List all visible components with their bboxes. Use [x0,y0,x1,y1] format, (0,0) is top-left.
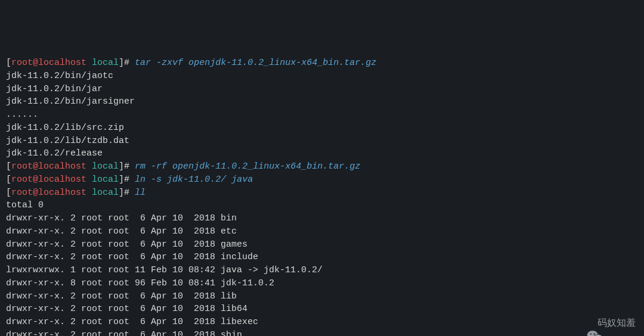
output-text: ...... [6,110,38,120]
output-text: drwxr-xr-x. 2 root root 6 Apr 10 2018 li… [6,291,237,301]
output-line: jdk-11.0.2/bin/jarsigner [6,95,638,108]
output-text: drwxr-xr-x. 2 root root 6 Apr 10 2018 li… [6,317,258,327]
user-host: root@localhost [11,58,86,68]
prompt-symbol: # [124,175,135,185]
prompt-line: [root@localhost local]# tar -zxvf openjd… [6,57,638,70]
watermark-text: 码奴知羞 [597,316,636,329]
user-host: root@localhost [11,188,86,198]
prompt-line: [root@localhost local]# ln -s jdk-11.0.2… [6,173,638,186]
output-text: drwxr-xr-x. 2 root root 6 Apr 10 2018 sb… [6,330,242,336]
wechat-icon [576,316,593,330]
command-text: tar -zxvf openjdk-11.0.2_linux-x64_bin.t… [135,58,376,68]
output-line: drwxr-xr-x. 2 root root 6 Apr 10 2018 in… [6,251,638,264]
bracket: [ [6,188,11,198]
output-line: jdk-11.0.2/bin/jaotc [6,70,638,83]
output-text: drwxr-xr-x. 2 root root 6 Apr 10 2018 in… [6,252,258,262]
output-line: ...... [6,108,638,122]
cwd: local [92,175,119,185]
svg-point-4 [593,334,595,335]
prompt-symbol: # [124,161,135,172]
output-line: lrwxrwxrwx. 1 root root 11 Feb 10 08:42 … [6,264,638,277]
prompt-symbol: # [124,188,135,198]
user-host: root@localhost [11,175,86,185]
bracket: [ [6,175,11,185]
output-line: jdk-11.0.2/release [6,147,638,160]
output-line: drwxr-xr-x. 2 root root 6 Apr 10 2018 li… [6,303,638,316]
output-text: jdk-11.0.2/release [6,148,103,158]
output-line: drwxr-xr-x. 2 root root 6 Apr 10 2018 sb… [6,329,638,336]
output-text: jdk-11.0.2/bin/jar [6,84,103,94]
watermark: 码奴知羞 [576,316,636,330]
bracket: [ [6,58,11,68]
output-text: jdk-11.0.2/bin/jarsigner [6,97,135,107]
bracket: ] [119,175,124,185]
output-line: jdk-11.0.2/lib/tzdb.dat [6,135,638,148]
svg-point-3 [590,334,592,335]
output-text: jdk-11.0.2/bin/jaotc [6,71,113,81]
output-text: drwxr-xr-x. 2 root root 6 Apr 10 2018 li… [6,304,247,314]
command-text: ll [135,188,145,198]
output-line: drwxr-xr-x. 2 root root 6 Apr 10 2018 bi… [6,212,638,225]
output-line: drwxr-xr-x. 2 root root 6 Apr 10 2018 li… [6,290,638,303]
output-line: jdk-11.0.2/bin/jar [6,83,638,96]
output-text: drwxr-xr-x. 2 root root 6 Apr 10 2018 bi… [6,213,237,223]
output-text: drwxr-xr-x. 2 root root 6 Apr 10 2018 et… [6,226,237,237]
bracket: ] [119,188,124,198]
terminal-output[interactable]: [root@localhost local]# tar -zxvf openjd… [6,57,638,336]
output-text: lrwxrwxrwx. 1 root root 11 Feb 10 08:42 … [6,265,323,275]
user-host: root@localhost [11,161,86,172]
output-text: jdk-11.0.2/lib/tzdb.dat [6,136,129,146]
prompt-symbol: # [124,58,135,68]
bracket: ] [119,161,124,172]
cwd: local [92,188,119,198]
output-text: drwxr-xr-x. 8 root root 96 Feb 10 08:41 … [6,278,274,288]
command-text: rm -rf openjdk-11.0.2_linux-x64_bin.tar.… [135,161,360,172]
command-text: ln -s jdk-11.0.2/ java [135,175,253,185]
output-line: drwxr-xr-x. 2 root root 6 Apr 10 2018 li… [6,316,638,329]
bracket: ] [119,58,124,68]
prompt-line: [root@localhost local]# ll [6,186,638,200]
output-text: drwxr-xr-x. 2 root root 6 Apr 10 2018 ga… [6,239,247,250]
output-line: drwxr-xr-x. 8 root root 96 Feb 10 08:41 … [6,277,638,290]
output-line: drwxr-xr-x. 2 root root 6 Apr 10 2018 et… [6,225,638,238]
output-text: total 0 [6,200,44,210]
output-line: drwxr-xr-x. 2 root root 6 Apr 10 2018 ga… [6,238,638,251]
output-line: jdk-11.0.2/lib/src.zip [6,122,638,135]
output-text: jdk-11.0.2/lib/src.zip [6,123,124,133]
output-line: total 0 [6,199,638,212]
bracket: [ [6,161,11,172]
cwd: local [92,58,119,68]
prompt-line: [root@localhost local]# rm -rf openjdk-1… [6,160,638,173]
cwd: local [92,161,119,172]
